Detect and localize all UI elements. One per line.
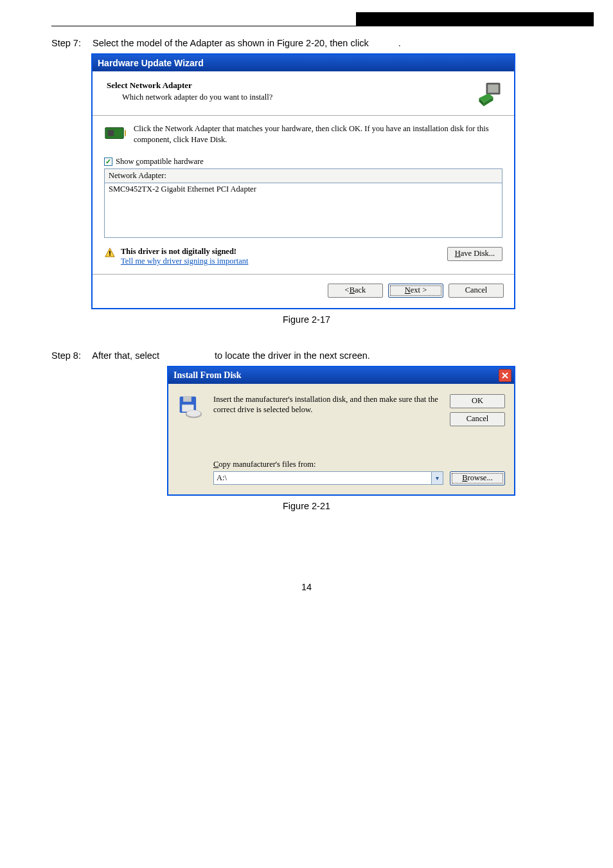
back-button[interactable]: < Back — [328, 284, 383, 298]
dlg-cancel-button[interactable]: Cancel — [450, 412, 505, 426]
cancel-button[interactable]: Cancel — [449, 284, 504, 298]
figure-2-17-caption: Figure 2-17 — [51, 314, 562, 325]
driver-not-signed-title: This driver is not digitally signed! — [121, 247, 248, 257]
list-item[interactable]: SMC9452TX-2 Gigabit Ethernet PCI Adapter — [109, 185, 498, 194]
network-adapter-icon — [475, 80, 504, 109]
svg-rect-5 — [109, 251, 111, 254]
show-compatible-checkbox[interactable]: ✓ — [104, 158, 112, 166]
path-combobox[interactable]: A:\ ▾ — [213, 471, 443, 485]
page-number: 14 — [51, 582, 562, 592]
step-8-line: Step 8: After that, select to locate the… — [51, 350, 562, 361]
warning-icon — [104, 247, 116, 258]
step-7-line: Step 7: Select the model of the Adapter … — [51, 38, 562, 48]
header-blackbox — [356, 12, 594, 26]
nic-device-icon — [104, 123, 126, 143]
svg-rect-3 — [108, 130, 114, 136]
svg-rect-8 — [183, 396, 191, 401]
next-button[interactable]: Next > — [388, 284, 443, 298]
svg-point-11 — [187, 410, 201, 417]
wizard-subheading: Which network adapter do you want to ins… — [122, 93, 272, 102]
adapter-list[interactable]: SMC9452TX-2 Gigabit Ethernet PCI Adapter — [104, 183, 502, 238]
floppy-disk-icon — [177, 394, 203, 420]
have-disk-button[interactable]: Have Disk... — [447, 247, 502, 261]
show-compatible-label: Show compatible hardware — [116, 157, 204, 167]
svg-rect-4 — [125, 130, 126, 136]
chevron-down-icon[interactable]: ▾ — [431, 472, 443, 484]
adapter-list-header: Network Adapter: — [104, 168, 502, 183]
hardware-update-wizard: Hardware Update Wizard Select Network Ad… — [91, 53, 515, 309]
wizard-title-bar: Hardware Update Wizard — [93, 55, 514, 71]
wizard-heading: Select Network Adapter — [107, 80, 272, 91]
svg-rect-1 — [488, 84, 499, 93]
browse-button[interactable]: Browse... — [450, 471, 505, 485]
svg-rect-6 — [109, 254, 111, 255]
close-icon[interactable] — [499, 369, 511, 382]
dialog-message: Insert the manufacturer's installation d… — [213, 394, 440, 415]
ok-button[interactable]: OK — [450, 394, 505, 408]
wizard-info-text: Click the Network Adapter that matches y… — [134, 123, 502, 145]
copy-from-label: Copy manufacturer's files from: — [213, 460, 505, 469]
install-from-disk-dialog: Install From Disk Insert the manufacture… — [167, 366, 515, 496]
figure-2-21-caption: Figure 2-21 — [51, 501, 562, 511]
dialog-title: Install From Disk — [173, 370, 242, 381]
driver-signing-link[interactable]: Tell me why driver signing is important — [121, 257, 248, 266]
